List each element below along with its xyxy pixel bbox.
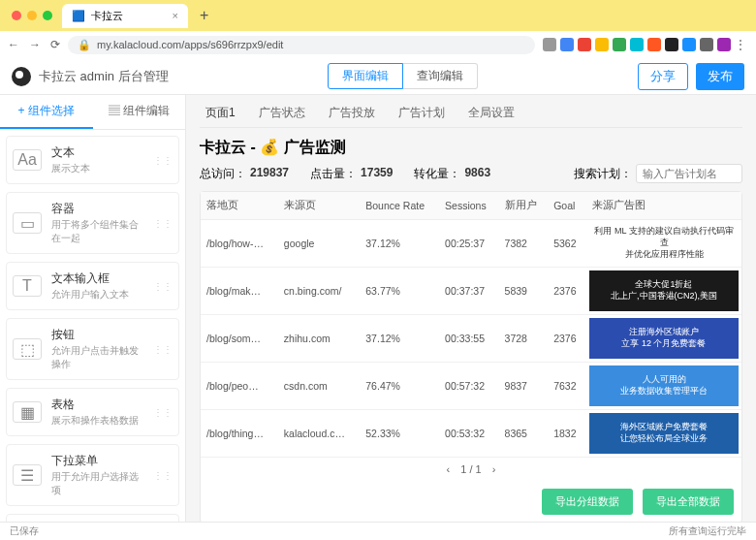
stats-row: 总访问：219837 点击量：17359 转化量：9863 搜索计划： bbox=[200, 164, 742, 183]
cell-bounce: 37.12% bbox=[360, 220, 439, 268]
app-body: + 组件选择 ▤ 组件编辑 Aa 文本 展示文本 ⋮⋮▭ 容器 用于将多个组件集… bbox=[0, 95, 756, 522]
export-all-button[interactable]: 导出全部数据 bbox=[643, 489, 734, 515]
publish-button[interactable]: 发布 bbox=[696, 63, 744, 90]
close-window-icon[interactable] bbox=[12, 11, 21, 20]
component-item[interactable]: ▦ 表格 展示和操作表格数据 ⋮⋮ bbox=[6, 388, 179, 436]
app-logo-icon bbox=[12, 67, 31, 86]
tab-close-icon[interactable]: × bbox=[173, 10, 178, 21]
ad-image: 利用 ML 支持的建议自动执行代码审查并优化应用程序性能 bbox=[589, 223, 739, 264]
canvas: 页面1广告状态广告投放广告计划全局设置 卡拉云 - 💰 广告监测 总访问：219… bbox=[186, 95, 756, 522]
stat-label: 总访问： bbox=[200, 166, 246, 182]
menu-icon[interactable]: ⋮ bbox=[735, 38, 748, 51]
table-row[interactable]: /blog/mak… cn.bing.com/ 63.77% 00:37:37 … bbox=[201, 268, 741, 315]
maximize-window-icon[interactable] bbox=[43, 11, 52, 20]
column-header[interactable]: Bounce Rate bbox=[360, 192, 439, 220]
component-icon: ☰ bbox=[13, 464, 42, 486]
status-queries: 所有查询运行完毕 bbox=[669, 524, 746, 538]
component-icon: ▦ bbox=[13, 401, 42, 423]
table-row[interactable]: /blog/peo… csdn.com 76.47% 00:57:32 9837… bbox=[201, 363, 741, 410]
sidebar-tabs: + 组件选择 ▤ 组件编辑 bbox=[0, 95, 185, 130]
new-tab-button[interactable]: + bbox=[194, 7, 214, 24]
canvas-tab[interactable]: 广告计划 bbox=[398, 105, 445, 121]
extension-icons: ⋮ bbox=[543, 38, 748, 51]
address-bar: ← → ⟳ 🔒 my.kalacloud.com/apps/s696rrzpx9… bbox=[0, 31, 756, 58]
stat-clicks: 点击量：17359 bbox=[310, 166, 393, 182]
browser-tab[interactable]: 🟦 卡拉云 × bbox=[62, 4, 188, 28]
ext-icon[interactable] bbox=[682, 38, 696, 51]
table-row[interactable]: /blog/thing… kalacloud.c… 52.33% 00:53:3… bbox=[201, 410, 741, 458]
minimize-window-icon[interactable] bbox=[27, 11, 37, 20]
column-header[interactable]: Goal bbox=[548, 192, 586, 220]
canvas-tab[interactable]: 全局设置 bbox=[468, 105, 515, 121]
stat-visits: 总访问：219837 bbox=[200, 166, 289, 182]
ext-icon[interactable] bbox=[543, 38, 556, 51]
column-header[interactable]: 来源页 bbox=[278, 192, 360, 220]
table-row[interactable]: /blog/som… zhihu.com 37.12% 00:33:55 372… bbox=[201, 315, 741, 363]
component-desc: 展示和操作表格数据 bbox=[51, 414, 143, 428]
component-item[interactable]: ▭ 容器 用于将多个组件集合在一起 ⋮⋮ bbox=[6, 192, 179, 254]
component-name: 文本输入框 bbox=[51, 270, 143, 287]
ext-icon[interactable] bbox=[613, 38, 626, 51]
ext-icon[interactable] bbox=[578, 38, 591, 51]
cell-source: zhihu.com bbox=[278, 315, 360, 363]
drag-handle-icon[interactable]: ⋮⋮ bbox=[153, 470, 173, 481]
column-header[interactable]: 新用户 bbox=[499, 192, 549, 220]
cell-newusers: 5839 bbox=[499, 268, 549, 315]
ext-icon[interactable] bbox=[717, 38, 731, 51]
component-item[interactable]: Aa 文本 展示文本 ⋮⋮ bbox=[6, 136, 179, 184]
ext-icon[interactable] bbox=[630, 38, 644, 51]
column-header[interactable]: 落地页 bbox=[201, 192, 278, 220]
column-header[interactable]: Sessions bbox=[439, 192, 498, 220]
drag-handle-icon[interactable]: ⋮⋮ bbox=[153, 218, 173, 229]
reload-icon[interactable]: ⟳ bbox=[50, 38, 60, 51]
forward-icon[interactable]: → bbox=[29, 38, 41, 51]
lock-icon: 🔒 bbox=[78, 39, 91, 51]
drag-handle-icon[interactable]: ⋮⋮ bbox=[153, 281, 173, 292]
sidebar-tab-select[interactable]: + 组件选择 bbox=[0, 95, 93, 129]
component-item[interactable]: ☰ 下拉菜单 用于允许用户选择选项 ⋮⋮ bbox=[6, 444, 179, 506]
ad-table: 落地页来源页Bounce RateSessions新用户Goal来源广告图 /b… bbox=[201, 192, 741, 458]
component-icon: ⬚ bbox=[13, 338, 42, 360]
ad-image: 全球大促1折起北上广,中国香港(CN2),美国 bbox=[589, 270, 739, 311]
ext-icon[interactable] bbox=[665, 38, 678, 51]
url-field[interactable]: 🔒 my.kalacloud.com/apps/s696rrzpx9/edit bbox=[68, 36, 535, 54]
component-item[interactable]: ⬚ 按钮 允许用户点击并触发操作 ⋮⋮ bbox=[6, 318, 179, 380]
table-wrap: 落地页来源页Bounce RateSessions新用户Goal来源广告图 /b… bbox=[200, 191, 742, 522]
ext-icon[interactable] bbox=[700, 38, 713, 51]
cell-goal: 5362 bbox=[548, 220, 586, 268]
canvas-tab[interactable]: 广告投放 bbox=[329, 105, 375, 121]
sidebar: + 组件选择 ▤ 组件编辑 Aa 文本 展示文本 ⋮⋮▭ 容器 用于将多个组件集… bbox=[0, 95, 186, 522]
app-title: 卡拉云 admin 后台管理 bbox=[39, 68, 169, 85]
tab-favicon-icon: 🟦 bbox=[72, 10, 85, 22]
share-button[interactable]: 分享 bbox=[638, 63, 688, 90]
export-page-button[interactable]: 导出分组数据 bbox=[542, 489, 633, 515]
component-item[interactable]: ▭ 图片 用于展示图片 ⋮⋮ bbox=[6, 514, 179, 522]
canvas-tab[interactable]: 页面1 bbox=[205, 105, 236, 121]
pager-next-icon[interactable]: › bbox=[492, 463, 496, 475]
canvas-tab[interactable]: 广告状态 bbox=[259, 105, 305, 121]
column-header[interactable]: 来源广告图 bbox=[586, 192, 741, 220]
component-item[interactable]: T 文本输入框 允许用户输入文本 ⋮⋮ bbox=[6, 262, 179, 310]
ext-icon[interactable] bbox=[560, 38, 574, 51]
sidebar-tab-edit[interactable]: ▤ 组件编辑 bbox=[93, 95, 186, 129]
ad-image: 人人可用的业务数据收集管理平台 bbox=[589, 365, 739, 406]
mode-ui-button[interactable]: 界面编辑 bbox=[328, 63, 403, 89]
drag-handle-icon[interactable]: ⋮⋮ bbox=[153, 344, 173, 355]
cell-newusers: 9837 bbox=[499, 363, 549, 410]
drag-handle-icon[interactable]: ⋮⋮ bbox=[153, 155, 173, 166]
ext-icon[interactable] bbox=[595, 38, 609, 51]
pager-prev-icon[interactable]: ‹ bbox=[447, 463, 451, 475]
header-actions: 分享 发布 bbox=[638, 63, 744, 90]
table-row[interactable]: /blog/how-… google 37.12% 00:25:37 7382 … bbox=[201, 220, 741, 268]
ad-image: 注册海外区域账户立享 12 个月免费套餐 bbox=[589, 318, 739, 359]
ext-icon[interactable] bbox=[647, 38, 661, 51]
cell-goal: 2376 bbox=[548, 268, 586, 315]
search-input[interactable] bbox=[636, 164, 742, 183]
back-icon[interactable]: ← bbox=[8, 38, 19, 51]
tab-bar: 🟦 卡拉云 × + bbox=[0, 0, 756, 31]
mode-query-button[interactable]: 查询编辑 bbox=[403, 63, 478, 89]
component-text: 表格 展示和操作表格数据 bbox=[51, 397, 143, 428]
drag-handle-icon[interactable]: ⋮⋮ bbox=[153, 407, 173, 418]
cell-ad: 海外区域账户免费套餐让您轻松布局全球业务 bbox=[586, 410, 741, 458]
component-icon: T bbox=[13, 275, 42, 297]
